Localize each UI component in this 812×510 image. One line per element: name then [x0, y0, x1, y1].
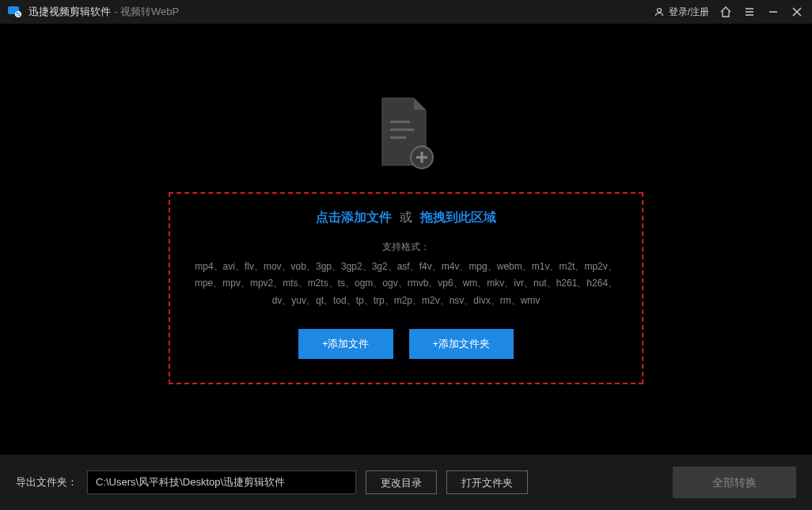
- menu-icon: [744, 6, 755, 17]
- home-icon: [719, 6, 732, 18]
- supported-formats-list: mp4、avi、flv、mov、vob、3gp、3gp2、3g2、asf、f4v…: [194, 259, 618, 310]
- dropzone-box[interactable]: 点击添加文件 或 拖拽到此区域 支持格式： mp4、avi、flv、mov、vo…: [169, 192, 643, 385]
- add-buttons-row: +添加文件 +添加文件夹: [194, 329, 618, 359]
- click-add-text[interactable]: 点击添加文件: [316, 210, 392, 224]
- minimize-icon: [768, 6, 779, 17]
- output-folder-label: 导出文件夹：: [16, 475, 78, 489]
- close-icon: [791, 6, 803, 17]
- login-text: 登录/注册: [669, 6, 709, 19]
- page-subtitle: - 视频转WebP: [114, 5, 179, 19]
- app-logo-icon: [8, 5, 22, 19]
- login-register-link[interactable]: 登录/注册: [654, 6, 709, 19]
- drag-text: 拖拽到此区域: [420, 210, 496, 224]
- user-icon: [654, 6, 665, 17]
- support-formats-label: 支持格式：: [194, 240, 618, 254]
- svg-point-5: [657, 9, 661, 13]
- or-text: 或: [400, 210, 412, 224]
- titlebar: 迅捷视频剪辑软件 - 视频转WebP 登录/注册: [0, 0, 812, 24]
- open-folder-button[interactable]: 打开文件夹: [446, 470, 528, 494]
- output-path-input[interactable]: [87, 470, 356, 494]
- convert-all-button[interactable]: 全部转换: [673, 467, 796, 498]
- main-dropzone-area[interactable]: 点击添加文件 或 拖拽到此区域 支持格式： mp4、avi、flv、mov、vo…: [0, 24, 812, 455]
- close-button[interactable]: [790, 5, 804, 19]
- footer-bar: 导出文件夹： 更改目录 打开文件夹 全部转换: [0, 455, 812, 510]
- document-add-icon: [374, 94, 438, 173]
- add-file-button[interactable]: +添加文件: [298, 329, 393, 359]
- svg-point-3: [18, 14, 20, 16]
- change-directory-button[interactable]: 更改目录: [366, 470, 437, 494]
- minimize-button[interactable]: [766, 5, 780, 19]
- svg-point-2: [16, 12, 17, 13]
- home-button[interactable]: [719, 5, 733, 19]
- file-icon-container: [374, 94, 438, 176]
- add-folder-button[interactable]: +添加文件夹: [409, 329, 514, 359]
- app-title: 迅捷视频剪辑软件: [28, 5, 111, 19]
- dropzone-instruction: 点击添加文件 或 拖拽到此区域: [194, 210, 618, 226]
- menu-button[interactable]: [742, 5, 757, 19]
